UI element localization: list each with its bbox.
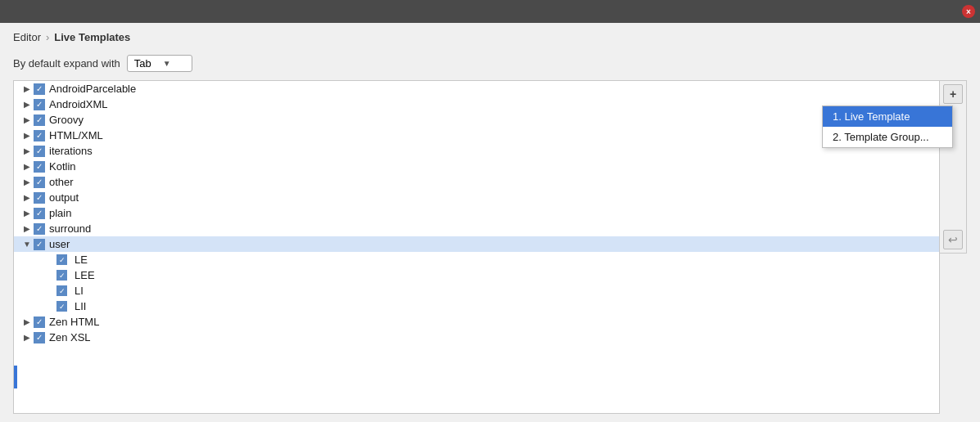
item-label-zenxsl: Zen XSL — [49, 331, 91, 343]
checkbox-user[interactable] — [34, 239, 45, 250]
tree-item-groovy[interactable]: ▶ Groovy — [14, 112, 939, 128]
tree-item-htmlxml[interactable]: ▶ HTML/XML — [14, 128, 939, 143]
item-label-androidxml: AndroidXML — [49, 98, 108, 110]
tree-item-iterations[interactable]: ▶ iterations — [14, 143, 939, 159]
item-label-lee: LEE — [71, 269, 95, 281]
checkbox-groovy[interactable] — [34, 114, 45, 126]
checkbox-zenxsl[interactable] — [34, 332, 45, 343]
item-label-li: LI — [71, 285, 84, 297]
breadcrumb-parent: Editor — [13, 31, 41, 43]
chevron-right-icon: ▶ — [20, 209, 34, 218]
tree-item-kotlin[interactable]: ▶ Kotlin — [14, 159, 939, 174]
item-label-groovy: Groovy — [49, 114, 84, 126]
checkbox-other[interactable] — [34, 177, 45, 188]
tree-item-androidparcelable[interactable]: ▶ AndroidParcelable — [14, 81, 939, 97]
selection-indicator — [14, 366, 17, 388]
checkbox-le[interactable] — [56, 254, 67, 265]
tree-item-other[interactable]: ▶ other — [14, 174, 939, 190]
tree-item-zenhtml[interactable]: ▶ Zen HTML — [14, 314, 939, 330]
settings-window: × Editor › Live Templates By default exp… — [0, 0, 980, 422]
dropdown-item-template-group[interactable]: 2. Template Group... — [823, 127, 952, 147]
chevron-right-icon: ▶ — [20, 162, 34, 171]
title-bar: × — [0, 0, 980, 23]
item-label-htmlxml: HTML/XML — [49, 129, 103, 141]
main-panel: ▶ AndroidParcelable ▶ AndroidXML ▶ Groov… — [13, 80, 967, 414]
checkbox-androidxml[interactable] — [34, 99, 45, 110]
undo-button[interactable]: ↩ — [943, 230, 963, 249]
tree-item-le[interactable]: LE — [14, 252, 939, 267]
add-dropdown-menu: 1. Live Template 2. Template Group... — [822, 106, 953, 148]
side-actions: + 1. Live Template 2. Template Group... … — [940, 80, 967, 254]
tree-item-plain[interactable]: ▶ plain — [14, 205, 939, 221]
checkbox-androidparcelable[interactable] — [34, 83, 45, 95]
item-label-le: LE — [71, 254, 88, 266]
tree-item-lee[interactable]: LEE — [14, 267, 939, 283]
item-label-zenhtml: Zen HTML — [49, 316, 99, 328]
close-button[interactable]: × — [962, 5, 975, 18]
checkbox-lee[interactable] — [56, 270, 67, 281]
checkbox-htmlxml[interactable] — [34, 130, 45, 141]
chevron-right-icon: ▶ — [20, 333, 34, 342]
chevron-right-icon: ▶ — [20, 146, 34, 155]
item-label-kotlin: Kotlin — [49, 160, 76, 173]
tree-panel[interactable]: ▶ AndroidParcelable ▶ AndroidXML ▶ Groov… — [13, 80, 940, 414]
item-label-user: user — [49, 238, 70, 250]
item-label-iterations: iterations — [49, 145, 93, 157]
tree-item-surround[interactable]: ▶ surround — [14, 221, 939, 236]
chevron-right-icon: ▶ — [20, 177, 34, 186]
chevron-down-icon: ▼ — [20, 240, 34, 249]
side-actions-container: + 1. Live Template 2. Template Group... … — [940, 80, 967, 414]
item-label-plain: plain — [49, 207, 71, 219]
checkbox-li[interactable] — [56, 285, 67, 296]
chevron-right-icon: ▶ — [20, 317, 34, 326]
tree-item-user[interactable]: ▼ user — [14, 236, 939, 252]
breadcrumb-separator: › — [46, 31, 49, 43]
chevron-down-icon: ▼ — [160, 59, 188, 68]
chevron-right-icon: ▶ — [20, 115, 34, 124]
checkbox-surround[interactable] — [34, 223, 45, 235]
chevron-right-icon: ▶ — [20, 193, 34, 202]
add-button[interactable]: + — [943, 84, 963, 104]
tree-item-lii[interactable]: LII — [14, 299, 939, 314]
toolbar-row: By default expand with Tab ▼ — [13, 55, 967, 72]
content-area: Editor › Live Templates By default expan… — [0, 23, 980, 422]
item-label-androidparcelable: AndroidParcelable — [49, 83, 136, 95]
expand-select[interactable]: Tab ▼ — [127, 55, 192, 72]
item-label-other: other — [49, 176, 74, 188]
checkbox-plain[interactable] — [34, 208, 45, 219]
item-label-lii: LII — [71, 300, 86, 312]
dropdown-item-live-template[interactable]: 1. Live Template — [823, 106, 952, 127]
chevron-right-icon: ▶ — [20, 84, 34, 93]
checkbox-kotlin[interactable] — [34, 161, 45, 173]
tree-item-zenxsl[interactable]: ▶ Zen XSL — [14, 330, 939, 345]
expand-value: Tab — [131, 57, 160, 70]
tree-item-output[interactable]: ▶ output — [14, 190, 939, 205]
checkbox-iterations[interactable] — [34, 146, 45, 157]
chevron-right-icon: ▶ — [20, 131, 34, 140]
expand-label: By default expand with — [13, 57, 120, 70]
chevron-right-icon: ▶ — [20, 100, 34, 109]
tree-item-li[interactable]: LI — [14, 283, 939, 299]
item-label-output: output — [49, 191, 79, 204]
item-label-surround: surround — [49, 222, 91, 235]
checkbox-zenhtml[interactable] — [34, 316, 45, 328]
checkbox-lii[interactable] — [56, 301, 67, 312]
tree-item-androidxml[interactable]: ▶ AndroidXML — [14, 97, 939, 112]
checkbox-output[interactable] — [34, 192, 45, 204]
breadcrumb-current: Live Templates — [54, 31, 130, 43]
breadcrumb: Editor › Live Templates — [13, 31, 967, 43]
chevron-right-icon: ▶ — [20, 224, 34, 233]
